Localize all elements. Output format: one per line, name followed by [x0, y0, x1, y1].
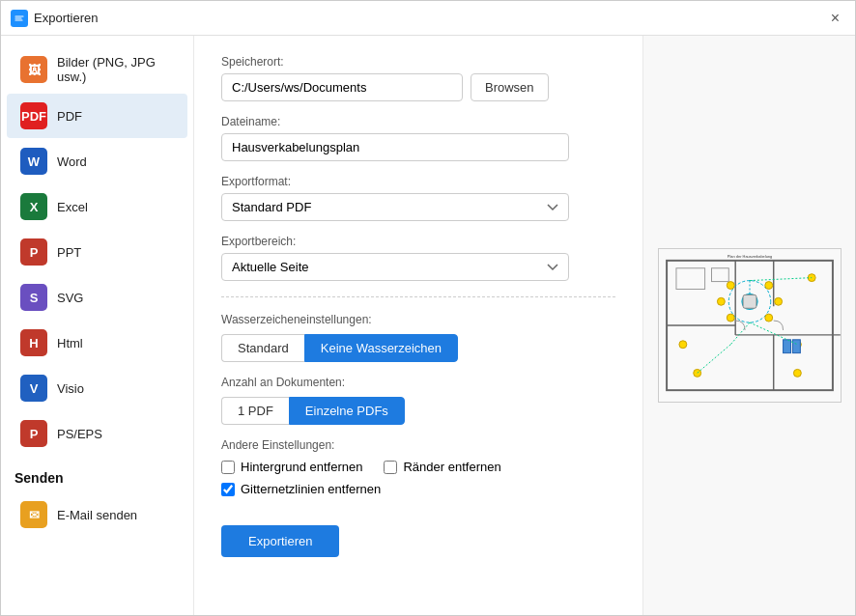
sidebar-icon-svg: S: [20, 284, 47, 311]
sidebar-label-word: Word: [57, 154, 87, 169]
checkbox-input-gridlines[interactable]: [221, 483, 235, 496]
svg-point-16: [764, 314, 772, 322]
doccount-btn-einzelne[interactable]: Einzelne PDFs: [289, 397, 405, 425]
svg-point-17: [717, 297, 725, 305]
browse-button[interactable]: Browsen: [471, 73, 549, 101]
checkbox-row-2: Gitternetzlinien entfernen: [221, 482, 615, 496]
sidebar-label-svg: SVG: [57, 291, 83, 305]
title-bar-left: Exportieren: [11, 10, 98, 27]
export-format-group: Exportformat: Standard PDFPDF/APDF/X: [221, 175, 615, 221]
export-area-select[interactable]: Aktuelle SeiteAlle SeitenAuswahl: [221, 253, 569, 281]
sidebar-icon-word: W: [20, 148, 47, 175]
checkbox-label-gridlines: Gitternetzlinien entfernen: [241, 482, 381, 496]
export-area-group: Exportbereich: Aktuelle SeiteAlle Seiten…: [221, 235, 615, 281]
title-bar: Exportieren ×: [1, 1, 855, 36]
watermark-group: Wasserzeicheneinstellungen: StandardKein…: [221, 313, 615, 362]
checkbox-label-background: Hintergrund entfernen: [241, 460, 362, 474]
document-count-group: Anzahl an Dokumenten: 1 PDFEinzelne PDFs: [221, 376, 615, 425]
watermark-toggle-group: StandardKeine Wasserzeichen: [221, 334, 615, 362]
svg-rect-12: [743, 294, 756, 308]
sidebar-item-pseps[interactable]: P PS/EPS: [7, 411, 187, 456]
sidebar-label-html: Html: [57, 336, 83, 350]
sidebar-item-pdf[interactable]: PDF PDF: [7, 94, 187, 138]
watermark-label: Wasserzeicheneinstellungen:: [221, 313, 615, 326]
svg-point-15: [727, 314, 734, 322]
sidebar-icon-ppt: P: [20, 238, 47, 266]
svg-point-13: [727, 282, 734, 290]
svg-point-23: [793, 369, 801, 377]
export-format-label: Exportformat:: [221, 175, 615, 188]
sidebar-item-images[interactable]: 🖼 Bilder (PNG, JPG usw.): [7, 46, 187, 93]
doccount-btn-1pdf[interactable]: 1 PDF: [221, 397, 289, 425]
checkbox-gridlines[interactable]: Gitternetzlinien entfernen: [221, 482, 381, 496]
filename-group: Dateiname:: [221, 115, 615, 161]
save-location-label: Speicherort:: [221, 55, 615, 69]
sidebar-item-word[interactable]: W Word: [7, 139, 187, 183]
sidebar-label-excel: Excel: [57, 200, 88, 214]
preview-panel: Plan der Hausverkabelung: [642, 36, 855, 615]
divider: [221, 296, 615, 297]
sidebar-icon-pdf: PDF: [20, 102, 47, 129]
sidebar-label-visio: Visio: [57, 381, 84, 396]
svg-rect-25: [783, 340, 790, 353]
sidebar-item-excel[interactable]: X Excel: [7, 184, 187, 229]
sidebar-label-email: E-Mail senden: [57, 508, 137, 522]
svg-point-14: [764, 282, 772, 290]
export-button[interactable]: Exportieren: [221, 525, 339, 557]
sidebar-icon-images: 🖼: [20, 56, 47, 83]
dialog-body: 🖼 Bilder (PNG, JPG usw.) PDF PDF W Word …: [1, 36, 855, 615]
sidebar: 🖼 Bilder (PNG, JPG usw.) PDF PDF W Word …: [1, 36, 194, 615]
sidebar-icon-email: ✉: [20, 501, 47, 528]
svg-text:Plan der Hausverkabelung: Plan der Hausverkabelung: [727, 254, 771, 259]
checkbox-input-borders[interactable]: [384, 461, 397, 474]
export-area-label: Exportbereich:: [221, 235, 615, 248]
sidebar-item-html[interactable]: H Html: [7, 321, 187, 365]
other-settings-label: Andere Einstellungen:: [221, 438, 615, 452]
checkbox-input-background[interactable]: [221, 461, 235, 474]
checkbox-borders[interactable]: Ränder entfernen: [384, 460, 500, 474]
export-format-select[interactable]: Standard PDFPDF/APDF/X: [221, 193, 569, 221]
watermark-btn-keine[interactable]: Keine Wasserzeichen: [304, 334, 458, 362]
preview-box: Plan der Hausverkabelung: [658, 248, 842, 403]
other-settings-group: Andere Einstellungen: Hintergrund entfer…: [221, 438, 615, 496]
sidebar-label-images: Bilder (PNG, JPG usw.): [57, 55, 174, 84]
svg-point-18: [774, 297, 782, 305]
sidebar-label-ppt: PPT: [57, 245, 81, 260]
save-location-row: Browsen: [221, 73, 615, 101]
checkbox-row-1: Hintergrund entfernenRänder entfernen: [221, 460, 615, 474]
sidebar-icon-visio: V: [20, 375, 47, 402]
filename-label: Dateiname:: [221, 115, 615, 128]
export-dialog: Exportieren × 🖼 Bilder (PNG, JPG usw.) P…: [0, 0, 856, 616]
sidebar-label-pdf: PDF: [57, 109, 82, 124]
document-count-label: Anzahl an Dokumenten:: [221, 376, 615, 389]
sidebar-item-email[interactable]: ✉ E-Mail senden: [7, 492, 187, 537]
sidebar-item-ppt[interactable]: P PPT: [7, 230, 187, 274]
main-content: Speicherort: Browsen Dateiname: Exportfo…: [194, 36, 642, 615]
sidebar-item-svg[interactable]: S SVG: [7, 275, 187, 320]
save-location-group: Speicherort: Browsen: [221, 55, 615, 101]
app-icon: [11, 10, 28, 27]
checkbox-label-borders: Ränder entfernen: [403, 460, 500, 474]
sidebar-label-pseps: PS/EPS: [57, 427, 102, 441]
dialog-title: Exportieren: [34, 11, 98, 25]
close-button[interactable]: ×: [825, 8, 845, 29]
document-count-toggle-group: 1 PDFEinzelne PDFs: [221, 397, 615, 425]
sidebar-icon-pseps: P: [20, 420, 47, 447]
sidebar-item-visio[interactable]: V Visio: [7, 366, 187, 410]
sidebar-icon-html: H: [20, 329, 47, 356]
filename-input[interactable]: [221, 133, 569, 161]
sidebar-section-label: Senden: [1, 457, 193, 491]
svg-rect-26: [792, 340, 800, 353]
save-location-input[interactable]: [221, 73, 463, 101]
checkbox-background[interactable]: Hintergrund entfernen: [221, 460, 362, 474]
watermark-btn-standard[interactable]: Standard: [221, 334, 304, 362]
sidebar-icon-excel: X: [20, 193, 47, 220]
svg-point-20: [678, 341, 686, 349]
